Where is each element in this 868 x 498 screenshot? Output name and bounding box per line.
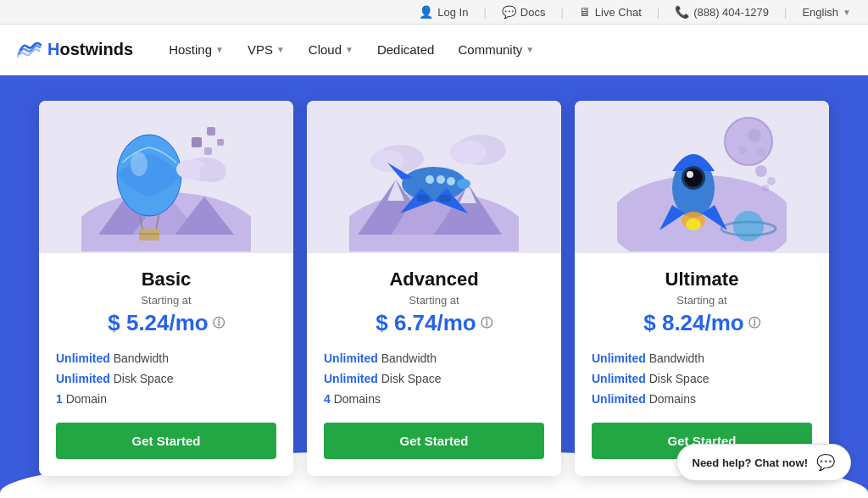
- top-bar: 👤 Log In | 💬 Docs | 🖥 Live Chat | 📞 (888…: [0, 0, 868, 25]
- svg-rect-7: [204, 147, 212, 155]
- chat-widget-label: Need help? Chat now!: [693, 456, 809, 469]
- feature-basic-1: Unlimited Bandwidth: [56, 348, 276, 368]
- svg-point-41: [733, 211, 764, 241]
- features-ultimate: Unlimited Bandwidth Unlimited Disk Space…: [592, 348, 812, 409]
- livechat-link[interactable]: 🖥 Live Chat: [579, 5, 642, 19]
- language-label: English: [802, 6, 838, 19]
- svg-rect-34: [417, 195, 429, 202]
- price-ultimate: $ 8.24/mo ⓘ: [592, 310, 812, 336]
- svg-point-28: [449, 141, 487, 164]
- price-advanced: $ 6.74/mo ⓘ: [324, 310, 544, 336]
- plan-image-ultimate: [575, 101, 829, 253]
- svg-point-52: [767, 177, 776, 185]
- plan-card-ultimate: Ultimate Starting at $ 8.24/mo ⓘ Unlimit…: [575, 101, 829, 476]
- phone-icon: 📞: [675, 5, 689, 19]
- starting-at-advanced: Starting at: [324, 294, 544, 307]
- language-dropdown-arrow: ▼: [843, 8, 851, 17]
- svg-point-10: [131, 152, 147, 176]
- price-info-advanced: ⓘ: [481, 316, 492, 331]
- nav-item-vps[interactable]: VPS ▼: [237, 36, 295, 64]
- vps-dropdown-arrow: ▼: [276, 45, 285, 54]
- svg-rect-13: [139, 229, 159, 241]
- logo-icon: [17, 40, 42, 60]
- user-icon: 👤: [419, 5, 433, 19]
- logo-text: Hostwinds: [47, 40, 133, 59]
- chat-bubble-icon: 💬: [816, 453, 835, 472]
- feature-advanced-3: 4 Domains: [324, 389, 544, 409]
- svg-point-51: [755, 165, 767, 177]
- svg-rect-5: [207, 127, 215, 136]
- plan-card-basic: Basic Starting at $ 5.24/mo ⓘ Unlimited …: [39, 101, 293, 476]
- plan-image-basic: [39, 101, 293, 253]
- plan-image-advanced: [307, 101, 561, 253]
- svg-point-32: [447, 177, 455, 185]
- svg-rect-6: [217, 139, 224, 146]
- docs-icon: 💬: [502, 5, 516, 19]
- login-link[interactable]: 👤 Log In: [419, 5, 468, 19]
- plane-illustration: [349, 103, 519, 252]
- phone-link[interactable]: 📞 (888) 404-1279: [675, 5, 769, 19]
- price-info-basic: ⓘ: [213, 316, 225, 331]
- cloud-dropdown-arrow: ▼: [345, 45, 353, 54]
- price-basic: $ 5.24/mo ⓘ: [56, 310, 276, 336]
- nav-menu: Hosting ▼ VPS ▼ Cloud ▼ Dedicated Commun…: [159, 36, 544, 64]
- plan-card-advanced: Advanced Starting at $ 6.74/mo ⓘ Unlimit…: [307, 101, 561, 476]
- feature-advanced-2: Unlimited Disk Space: [324, 368, 544, 389]
- feature-basic-3: 1 Domain: [56, 389, 276, 409]
- nav-item-cloud[interactable]: Cloud ▼: [298, 36, 364, 64]
- divider-2: |: [560, 6, 563, 19]
- svg-point-29: [402, 167, 466, 201]
- chat-widget[interactable]: Need help? Chat now! 💬: [676, 444, 852, 481]
- plan-body-basic: Basic Starting at $ 5.24/mo ⓘ Unlimited …: [39, 253, 293, 423]
- svg-point-39: [738, 146, 747, 154]
- feature-basic-2: Unlimited Disk Space: [56, 368, 276, 389]
- svg-point-26: [370, 150, 404, 172]
- docs-link[interactable]: 💬 Docs: [502, 5, 546, 19]
- divider-3: |: [657, 6, 659, 19]
- livechat-label: Live Chat: [595, 6, 642, 19]
- svg-rect-4: [192, 137, 202, 147]
- language-selector[interactable]: English ▼: [802, 6, 851, 19]
- starting-at-basic: Starting at: [56, 294, 276, 307]
- get-started-advanced[interactable]: Get Started: [324, 423, 544, 459]
- phone-label: (888) 404-1279: [693, 6, 769, 19]
- main-content: Basic Starting at $ 5.24/mo ⓘ Unlimited …: [0, 75, 868, 498]
- logo[interactable]: Hostwinds: [17, 40, 133, 60]
- chat-icon-top: 🖥: [579, 5, 591, 19]
- svg-point-48: [689, 174, 693, 177]
- price-info-ultimate: ⓘ: [748, 316, 760, 331]
- community-dropdown-arrow: ▼: [526, 45, 534, 54]
- plan-body-ultimate: Ultimate Starting at $ 8.24/mo ⓘ Unlimit…: [575, 253, 829, 423]
- svg-point-40: [756, 147, 766, 158]
- plan-name-ultimate: Ultimate: [592, 268, 812, 290]
- plan-body-advanced: Advanced Starting at $ 6.74/mo ⓘ Unlimit…: [307, 253, 561, 423]
- svg-point-50: [686, 219, 701, 230]
- svg-point-17: [199, 163, 226, 182]
- nav-item-community[interactable]: Community ▼: [448, 36, 544, 64]
- features-basic: Unlimited Bandwidth Unlimited Disk Space…: [56, 348, 276, 409]
- svg-point-31: [437, 175, 445, 184]
- plan-name-advanced: Advanced: [324, 268, 544, 290]
- feature-ultimate-2: Unlimited Disk Space: [592, 368, 812, 389]
- feature-ultimate-3: Unlimited Domains: [592, 389, 812, 409]
- login-label: Log In: [437, 6, 468, 19]
- divider-4: |: [784, 6, 787, 19]
- starting-at-ultimate: Starting at: [592, 294, 812, 307]
- svg-point-53: [762, 185, 769, 191]
- nav-item-hosting[interactable]: Hosting ▼: [159, 36, 234, 64]
- features-advanced: Unlimited Bandwidth Unlimited Disk Space…: [324, 348, 544, 409]
- divider-1: |: [483, 6, 486, 19]
- main-nav: Hostwinds Hosting ▼ VPS ▼ Cloud ▼ Dedica…: [0, 25, 868, 75]
- svg-point-33: [457, 179, 470, 189]
- svg-point-30: [426, 175, 434, 184]
- get-started-basic[interactable]: Get Started: [56, 423, 276, 459]
- plan-name-basic: Basic: [56, 268, 276, 290]
- svg-point-37: [725, 118, 772, 165]
- hosting-dropdown-arrow: ▼: [215, 45, 224, 54]
- feature-advanced-1: Unlimited Bandwidth: [324, 348, 544, 368]
- pricing-cards: Basic Starting at $ 5.24/mo ⓘ Unlimited …: [17, 101, 851, 476]
- feature-ultimate-1: Unlimited Bandwidth: [592, 348, 812, 368]
- svg-point-38: [748, 129, 761, 142]
- nav-item-dedicated[interactable]: Dedicated: [367, 36, 445, 64]
- docs-label: Docs: [520, 6, 546, 19]
